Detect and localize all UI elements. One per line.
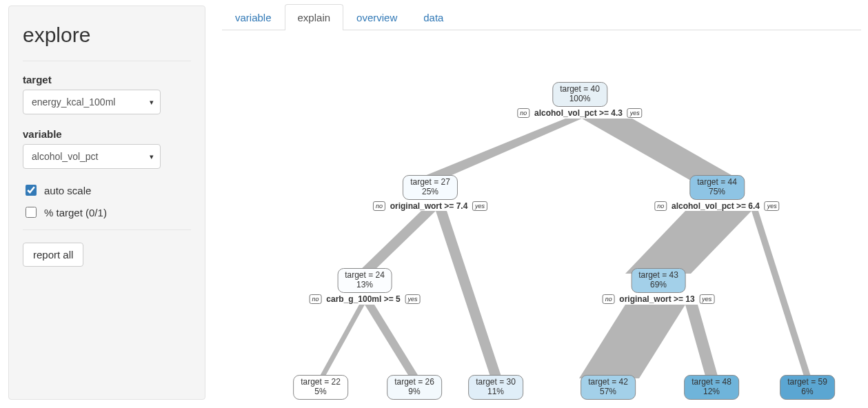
sidebar: explore target energy_kcal_100ml ▾ varia… [8, 6, 205, 400]
pct-target-checkbox[interactable] [26, 207, 37, 218]
tab-explain[interactable]: explain [285, 4, 344, 30]
tree-node: target = 24 13% no carb_g_100ml >= 5 yes [310, 268, 421, 304]
main-panel: variable explain overview data [222, 0, 868, 408]
svg-marker-8 [579, 305, 685, 378]
tree-leaf: target = 42 57% [581, 375, 636, 400]
tab-data[interactable]: data [410, 4, 456, 30]
tree-bubble: target = 27 25% [403, 175, 458, 200]
tree-node: target = 44 75% no alcohol_vol_pct >= 6.… [654, 175, 779, 211]
tree-bubble: target = 24 13% [337, 268, 392, 293]
svg-marker-7 [365, 305, 420, 378]
tabs: variable explain overview data [222, 4, 861, 30]
svg-marker-4 [625, 211, 751, 274]
yes-tag: yes [627, 108, 643, 118]
target-select[interactable]: energy_kcal_100ml [23, 90, 161, 114]
no-tag: no [310, 294, 322, 304]
tree-leaf: target = 22 5% [293, 375, 348, 400]
tree-bubble: target = 48 12% [684, 375, 739, 400]
tab-variable[interactable]: variable [222, 4, 285, 30]
tree-node: target = 43 69% no original_wort >= 13 y… [603, 268, 715, 304]
tree-leaf: target = 59 6% [780, 375, 835, 400]
report-all-button[interactable]: report all [23, 243, 83, 267]
svg-marker-5 [751, 211, 811, 378]
svg-marker-6 [319, 305, 365, 378]
tree-split: no original_wort >= 7.4 yes [373, 201, 487, 211]
decision-tree: target = 40 100% no alcohol_vol_pct >= 4… [222, 30, 856, 389]
tree-bubble: target = 26 9% [387, 375, 442, 400]
svg-marker-1 [582, 119, 741, 181]
variable-label: variable [23, 128, 191, 140]
svg-marker-9 [685, 305, 718, 378]
sidebar-title: explore [23, 23, 191, 47]
tree-bubble: target = 59 6% [780, 375, 835, 400]
pct-target-label: % target (0/1) [44, 207, 107, 218]
tree-leaf: target = 26 9% [387, 375, 442, 400]
yes-tag: yes [765, 201, 780, 211]
tree-bubble: target = 43 69% [631, 268, 686, 293]
variable-select[interactable]: alcohol_vol_pct [23, 144, 161, 169]
tree-leaf: target = 48 12% [684, 375, 739, 400]
no-tag: no [373, 201, 385, 211]
divider [23, 61, 191, 61]
no-tag: no [603, 294, 615, 304]
tree-split: no carb_g_100ml >= 5 yes [310, 294, 421, 304]
tree-node: target = 27 25% no original_wort >= 7.4 … [373, 175, 487, 211]
auto-scale-label: auto scale [44, 185, 91, 196]
tab-overview[interactable]: overview [343, 4, 410, 30]
svg-marker-2 [356, 211, 436, 274]
tree-split: no alcohol_vol_pct >= 4.3 yes [517, 108, 642, 118]
svg-marker-0 [413, 119, 582, 181]
yes-tag: yes [405, 294, 420, 304]
tree-bubble: target = 42 57% [581, 375, 636, 400]
tree-bubble: target = 30 11% [468, 375, 523, 400]
tree-node-root: target = 40 100% no alcohol_vol_pct >= 4… [517, 82, 642, 118]
yes-tag: yes [699, 294, 714, 304]
tree-bubble: target = 22 5% [293, 375, 348, 400]
auto-scale-checkbox[interactable] [26, 185, 37, 196]
divider [23, 229, 191, 230]
tree-bubble: target = 44 75% [689, 175, 745, 200]
no-tag: no [654, 201, 667, 211]
tree-leaf: target = 30 11% [468, 375, 523, 400]
tree-split: no alcohol_vol_pct >= 6.4 yes [654, 201, 779, 211]
no-tag: no [517, 108, 529, 118]
tree-split: no original_wort >= 13 yes [603, 294, 715, 304]
tree-bubble: target = 40 100% [552, 82, 607, 107]
yes-tag: yes [472, 201, 487, 211]
svg-marker-3 [436, 211, 502, 378]
target-label: target [23, 74, 191, 85]
